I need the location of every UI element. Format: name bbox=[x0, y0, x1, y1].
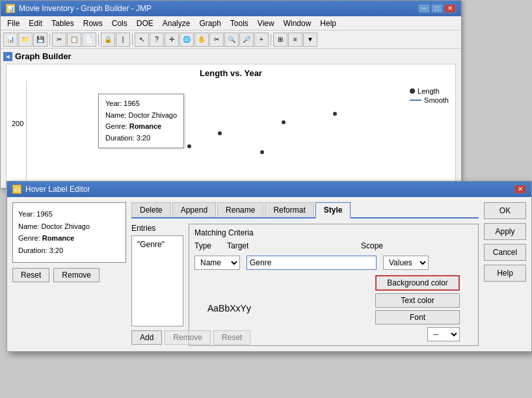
preview-duration: Duration: 3:20 bbox=[18, 245, 120, 257]
bg-color-button[interactable]: Background color bbox=[375, 275, 460, 291]
tab-append[interactable]: Append bbox=[172, 202, 216, 217]
maximize-button[interactable]: □ bbox=[431, 4, 443, 13]
type-select[interactable]: Name bbox=[194, 256, 240, 270]
toolbar-btn-2[interactable]: 📁 bbox=[18, 33, 33, 47]
menu-window[interactable]: Window bbox=[280, 18, 315, 29]
dialog-close-button[interactable]: ✕ bbox=[514, 185, 526, 194]
menu-view[interactable]: View bbox=[254, 18, 278, 29]
toolbar-btn-8[interactable]: | bbox=[116, 33, 130, 47]
toolbar-btn-zoom[interactable]: 🔎 bbox=[239, 33, 254, 47]
toolbar-sep-2 bbox=[98, 34, 99, 46]
legend-smooth: Smooth bbox=[410, 96, 449, 104]
tab-style[interactable]: Style bbox=[315, 202, 351, 219]
menu-edit[interactable]: Edit bbox=[25, 18, 46, 29]
toolbar-btn-help[interactable]: ? bbox=[150, 33, 164, 47]
menu-doe[interactable]: DOE bbox=[133, 18, 157, 29]
toolbar-btn-6[interactable]: 📄 bbox=[82, 33, 96, 47]
y-axis-label: 200 bbox=[12, 120, 23, 127]
data-point-2 bbox=[218, 131, 222, 135]
section-title: Graph Builder bbox=[15, 51, 72, 61]
app-icon: 📊 bbox=[6, 4, 15, 13]
title-bar-left: 📊 Movie Inventory - Graph Builder - JMP bbox=[6, 4, 152, 13]
preview-panel: Year: 1965 Name: Doctor Zhivago Genre: R… bbox=[12, 202, 126, 346]
section-toggle[interactable]: ◄ bbox=[3, 52, 12, 61]
toolbar-btn-plus[interactable]: + bbox=[254, 33, 269, 47]
entry-genre[interactable]: "Genre" bbox=[135, 239, 180, 250]
scope-header: Scope bbox=[361, 241, 400, 250]
reset-entry-button[interactable]: Reset bbox=[213, 330, 250, 345]
toolbar: 📊 📁 💾 ✂ 📋 📄 🔒 | ↖ ? ✛ 🌐 ✋ ✂ 🔍 🔎 + ⊞ ≡ ▼ bbox=[1, 31, 461, 49]
toolbar-btn-scissors[interactable]: ✂ bbox=[209, 33, 224, 47]
chart-legend: Length Smooth bbox=[410, 87, 449, 105]
entries-bottom-buttons: Add Remove Reset bbox=[131, 330, 183, 345]
legend-length-label: Length bbox=[418, 87, 440, 95]
preview-actions: Reset Remove bbox=[12, 268, 126, 282]
ok-button[interactable]: OK bbox=[484, 202, 526, 219]
data-point-3 bbox=[282, 120, 286, 124]
legend-smooth-label: Smooth bbox=[424, 96, 449, 104]
toolbar-btn-5[interactable]: 📋 bbox=[67, 33, 81, 47]
toolbar-btn-table[interactable]: ⊞ bbox=[273, 33, 287, 47]
toolbar-btn-hand[interactable]: ✋ bbox=[194, 33, 209, 47]
menu-tables[interactable]: Tables bbox=[47, 18, 78, 29]
remove-button[interactable]: Remove bbox=[53, 268, 100, 282]
dialog-icon: 🏷 bbox=[12, 185, 21, 194]
toolbar-btn-7[interactable]: 🔒 bbox=[101, 33, 115, 47]
tooltip-genre: Genre: Romance bbox=[105, 121, 177, 133]
section-header: ◄ Graph Builder bbox=[3, 51, 459, 61]
legend-dot bbox=[410, 88, 415, 94]
data-point-4 bbox=[333, 112, 337, 116]
toolbar-btn-list[interactable]: ≡ bbox=[288, 33, 302, 47]
menu-cols[interactable]: Cols bbox=[108, 18, 131, 29]
tab-bar: Delete Append Rename Reformat Style bbox=[131, 202, 479, 219]
tooltip-name: Name: Doctor Zhivago bbox=[105, 110, 177, 122]
matching-title: Matching Criteria bbox=[194, 228, 473, 237]
menu-help[interactable]: Help bbox=[316, 18, 340, 29]
toolbar-btn-down[interactable]: ▼ bbox=[303, 33, 317, 47]
menu-rows[interactable]: Rows bbox=[79, 18, 107, 29]
text-color-button[interactable]: Text color bbox=[375, 293, 460, 308]
menu-graph[interactable]: Graph bbox=[195, 18, 224, 29]
style-dropdown[interactable]: -- Bold Italic bbox=[427, 327, 460, 341]
title-bar-controls: ─ □ ✕ bbox=[418, 4, 456, 13]
matching-criteria-section: Matching Criteria Type Target Scope Name bbox=[189, 224, 479, 346]
dialog-title-text: Hover Label Editor bbox=[25, 185, 90, 194]
target-input[interactable] bbox=[246, 256, 377, 270]
data-point-6 bbox=[260, 150, 264, 154]
tab-rename[interactable]: Rename bbox=[217, 202, 263, 217]
main-title-bar: 📊 Movie Inventory - Graph Builder - JMP … bbox=[1, 1, 461, 16]
tooltip-box: Year: 1965 Name: Doctor Zhivago Genre: R… bbox=[98, 94, 184, 148]
menu-bar: File Edit Tables Rows Cols DOE Analyze G… bbox=[1, 16, 461, 31]
tab-delete[interactable]: Delete bbox=[131, 202, 171, 217]
toolbar-sep-1 bbox=[49, 34, 50, 46]
reset-button[interactable]: Reset bbox=[12, 268, 49, 282]
minimize-button[interactable]: ─ bbox=[418, 4, 430, 13]
criteria-headers-row: Type Target Scope bbox=[194, 241, 473, 250]
font-button[interactable]: Font bbox=[375, 310, 460, 325]
tab-content: Entries "Genre" Add Remove Reset Matchin… bbox=[131, 224, 479, 346]
scope-select[interactable]: Values Keys All bbox=[383, 256, 429, 270]
help-button[interactable]: Help bbox=[484, 265, 526, 282]
toolbar-btn-cross[interactable]: ✛ bbox=[165, 33, 179, 47]
tab-reformat[interactable]: Reformat bbox=[265, 202, 313, 217]
toolbar-btn-arrow[interactable]: ↖ bbox=[135, 33, 149, 47]
remove-entry-button[interactable]: Remove bbox=[165, 330, 211, 345]
cancel-button[interactable]: Cancel bbox=[484, 244, 526, 261]
menu-file[interactable]: File bbox=[3, 18, 23, 29]
legend-line bbox=[410, 100, 421, 101]
toolbar-btn-1[interactable]: 📊 bbox=[3, 33, 18, 47]
scatter-plot: Year: 1965 Name: Doctor Zhivago Genre: R… bbox=[26, 81, 455, 191]
main-window-title: Movie Inventory - Graph Builder - JMP bbox=[19, 4, 152, 13]
toolbar-btn-search[interactable]: 🔍 bbox=[224, 33, 239, 47]
main-window: 📊 Movie Inventory - Graph Builder - JMP … bbox=[0, 0, 462, 189]
data-point-5 bbox=[187, 144, 191, 148]
toolbar-btn-3[interactable]: 💾 bbox=[33, 33, 47, 47]
menu-tools[interactable]: Tools bbox=[226, 18, 252, 29]
apply-button[interactable]: Apply bbox=[484, 223, 526, 240]
toolbar-btn-4[interactable]: ✂ bbox=[52, 33, 66, 47]
target-header: Target bbox=[227, 241, 357, 250]
menu-analyze[interactable]: Analyze bbox=[159, 18, 194, 29]
add-entry-button[interactable]: Add bbox=[131, 330, 162, 345]
toolbar-btn-globe[interactable]: 🌐 bbox=[180, 33, 194, 47]
close-button[interactable]: ✕ bbox=[444, 4, 456, 13]
